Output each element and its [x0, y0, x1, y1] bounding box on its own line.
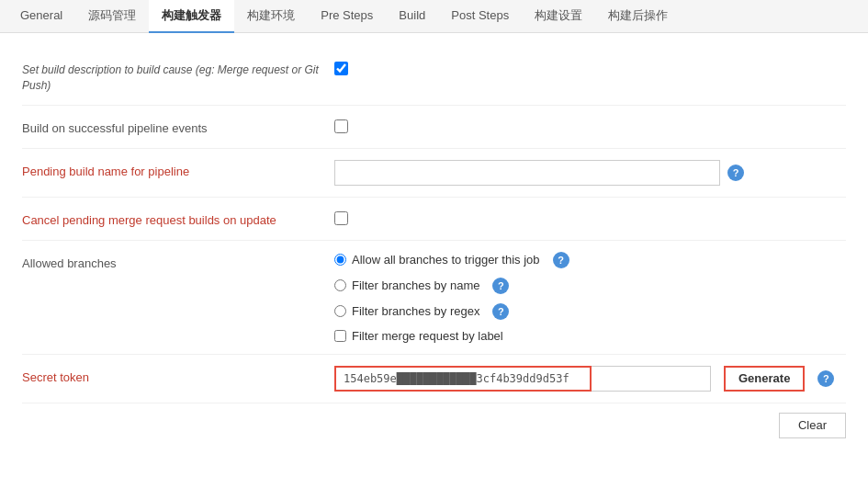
- radio-filter-name[interactable]: [334, 279, 346, 291]
- radio-filter-regex-row: Filter branches by regex ?: [334, 303, 569, 320]
- cancel-pending-label: Cancel pending merge request builds on u…: [22, 209, 334, 229]
- radio-filter-regex-label: Filter branches by regex: [352, 304, 479, 318]
- cancel-pending-control: [334, 209, 846, 225]
- pending-build-control: ?: [334, 160, 846, 186]
- tab-general[interactable]: General: [7, 0, 75, 33]
- truncated-control: [334, 59, 846, 75]
- token-input-group: [334, 366, 711, 392]
- radio-allow-all[interactable]: [334, 254, 346, 266]
- pipeline-events-checkbox[interactable]: [334, 119, 348, 133]
- radio-filter-regex[interactable]: [334, 305, 346, 317]
- radio-group: Allow all branches to trigger this job ?…: [334, 252, 569, 343]
- allowed-branches-control: Allow all branches to trigger this job ?…: [334, 252, 846, 343]
- filter-name-help-icon[interactable]: ?: [492, 278, 509, 294]
- secret-token-row: Secret token Generate ?: [22, 355, 846, 403]
- pipeline-events-row: Build on successful pipeline events: [22, 106, 846, 149]
- pipeline-events-label: Build on successful pipeline events: [22, 117, 334, 137]
- top-truncated-row: Set build description to build cause (eg…: [22, 48, 846, 106]
- tab-settings[interactable]: 构建设置: [522, 0, 595, 33]
- pending-build-input[interactable]: [334, 160, 720, 186]
- secret-token-help-icon[interactable]: ?: [817, 370, 834, 387]
- pending-build-label: Pending build name for pipeline: [22, 160, 334, 180]
- generate-button[interactable]: Generate: [724, 366, 805, 392]
- secret-token-label: Secret token: [22, 366, 334, 386]
- radio-allow-all-row: Allow all branches to trigger this job ?: [334, 252, 569, 268]
- filter-label-row: Filter merge request by label: [334, 329, 569, 343]
- allowed-branches-label: Allowed branches: [22, 252, 334, 272]
- truncated-checkbox[interactable]: [334, 62, 348, 75]
- radio-filter-name-label: Filter branches by name: [352, 278, 479, 292]
- radio-filter-name-row: Filter branches by name ?: [334, 278, 569, 294]
- clear-button[interactable]: Clear: [779, 413, 846, 438]
- secret-token-second-input[interactable]: [592, 366, 711, 392]
- tab-postbuild[interactable]: 构建后操作: [595, 0, 681, 33]
- pipeline-events-control: [334, 117, 846, 133]
- cancel-pending-checkbox[interactable]: [334, 211, 348, 225]
- secret-token-control: Generate ?: [334, 366, 846, 392]
- tab-env[interactable]: 构建环境: [234, 0, 308, 33]
- truncated-label: Set build description to build cause (eg…: [22, 59, 334, 94]
- allowed-branches-row: Allowed branches Allow all branches to t…: [22, 241, 846, 355]
- tab-trigger[interactable]: 构建触发器: [149, 0, 234, 33]
- pending-build-help-icon[interactable]: ?: [727, 165, 744, 181]
- tab-presteps[interactable]: Pre Steps: [308, 0, 386, 33]
- filter-regex-help-icon[interactable]: ?: [492, 303, 509, 320]
- tab-poststeps[interactable]: Post Steps: [438, 0, 522, 33]
- form-content: Set build description to build cause (eg…: [0, 33, 868, 477]
- tab-build[interactable]: Build: [386, 0, 438, 33]
- radio-allow-all-label: Allow all branches to trigger this job: [352, 253, 540, 267]
- allow-all-help-icon[interactable]: ?: [553, 252, 569, 268]
- filter-label-text: Filter merge request by label: [352, 329, 503, 343]
- tab-source[interactable]: 源码管理: [75, 0, 149, 33]
- clear-button-row: Clear: [22, 403, 846, 438]
- top-nav: General 源码管理 构建触发器 构建环境 Pre Steps Build …: [0, 0, 868, 33]
- secret-token-input[interactable]: [334, 366, 592, 392]
- pending-build-row: Pending build name for pipeline ?: [22, 149, 846, 198]
- filter-label-checkbox[interactable]: [334, 330, 346, 342]
- cancel-pending-row: Cancel pending merge request builds on u…: [22, 198, 846, 241]
